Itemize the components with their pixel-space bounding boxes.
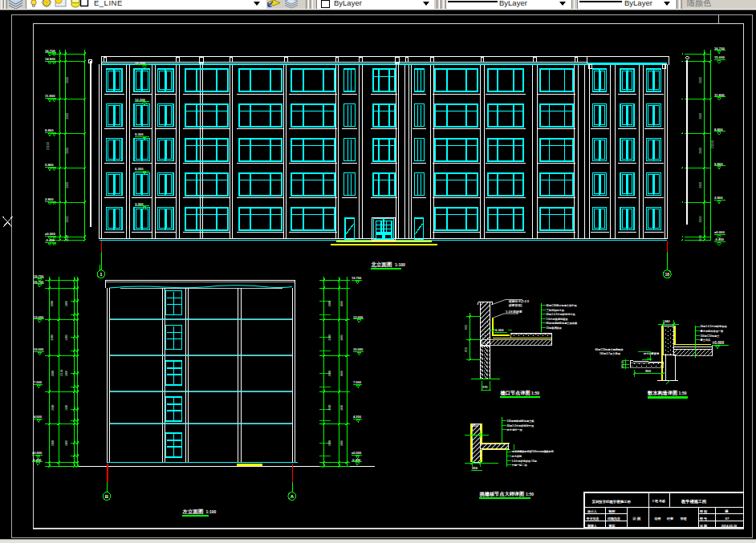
svg-text:50: 50: [621, 361, 624, 364]
svg-text:2.800: 2.800: [714, 196, 723, 200]
svg-text:防水油膏嵌缝: 防水油膏嵌缝: [644, 352, 660, 355]
svg-text:3600: 3600: [328, 404, 331, 410]
svg-text:2900: 2900: [66, 113, 69, 120]
svg-text:±0.000: ±0.000: [32, 451, 43, 455]
svg-text:素土夯实: 素土夯实: [701, 338, 712, 342]
svg-text:1:50: 1:50: [679, 391, 687, 395]
svg-text:20厚1:3水泥砂浆找平层: 20厚1:3水泥砂浆找平层: [507, 424, 534, 428]
svg-text:经审: 经审: [666, 517, 673, 521]
svg-text:3600: 3600: [328, 301, 331, 306]
svg-text:8.800: 8.800: [45, 128, 54, 132]
svg-text:1:2水泥砂浆抹面 15厚: 1:2水泥砂浆抹面 15厚: [512, 460, 538, 463]
svg-text:20厚1:2.5水泥砂浆面层: 20厚1:2.5水泥砂浆面层: [701, 325, 728, 328]
svg-text:21150: 21150: [711, 140, 714, 148]
svg-text:-0.450: -0.450: [32, 458, 42, 462]
svg-text:16.700: 16.700: [714, 47, 725, 51]
svg-text:1:50: 1:50: [526, 492, 534, 496]
svg-text:2900: 2900: [699, 235, 702, 241]
svg-text:2900: 2900: [699, 77, 702, 83]
svg-text:10.000: 10.000: [353, 347, 364, 351]
svg-text:100厚C10混凝土: 100厚C10混凝土: [701, 334, 721, 338]
svg-text:10.000: 10.000: [34, 347, 44, 351]
svg-text:B: B: [105, 494, 109, 499]
svg-text:1:100: 1:100: [395, 262, 405, 267]
svg-text:9.300: 9.300: [135, 132, 144, 136]
svg-text:240: 240: [665, 319, 671, 323]
svg-text:2400: 2400: [65, 371, 68, 376]
svg-text:2900: 2900: [66, 217, 69, 223]
svg-text:散水构造详图: 散水构造详图: [647, 390, 677, 396]
svg-text:挑檐板节点大样详图: 挑檐板节点大样详图: [479, 491, 525, 497]
svg-text:21150: 21150: [47, 142, 50, 150]
svg-text:设计人: 设计人: [587, 509, 597, 513]
svg-text:3600: 3600: [328, 371, 331, 376]
svg-text:3000: 3000: [340, 334, 343, 340]
svg-text:11.800: 11.800: [714, 93, 725, 97]
svg-text:10厚板底抹灰: 10厚板底抹灰: [547, 326, 563, 330]
svg-text:1:3水泥砂浆: 1:3水泥砂浆: [506, 310, 522, 314]
svg-text:11.800: 11.800: [45, 94, 55, 98]
svg-text:建: 建: [724, 509, 729, 513]
svg-text:13.000: 13.000: [34, 315, 44, 319]
svg-text:干铺一毡二油: 干铺一毡二油: [511, 464, 527, 467]
svg-text:13.000: 13.000: [353, 315, 364, 319]
svg-text:2900: 2900: [699, 182, 702, 188]
svg-text:07: 07: [726, 517, 730, 521]
svg-text:教学楼施工图: 教学楼施工图: [681, 499, 706, 505]
svg-text:15.000: 15.000: [714, 55, 725, 59]
svg-text:2900: 2900: [66, 182, 69, 188]
svg-text:三毡四油防水层: 三毡四油防水层: [547, 309, 565, 312]
svg-text:2400: 2400: [65, 301, 68, 306]
svg-text:7.000: 7.000: [353, 380, 362, 384]
svg-text:防水砂浆: 防水砂浆: [512, 455, 523, 458]
svg-text:3000: 3000: [340, 440, 343, 446]
svg-text:绘图: 绘图: [654, 517, 661, 521]
svg-text:850: 850: [465, 347, 468, 352]
svg-text:100厚3:7灰土垫层: 100厚3:7灰土垫层: [600, 352, 621, 355]
svg-text:14.800: 14.800: [45, 57, 55, 61]
svg-text:4.200: 4.200: [353, 415, 362, 419]
svg-text:3000: 3000: [340, 301, 343, 306]
svg-text:±0.000: ±0.000: [713, 341, 725, 345]
svg-text:2400: 2400: [65, 440, 68, 446]
svg-text:120厚预制钢筋混凝土板: 120厚预制钢筋混凝土板: [507, 419, 535, 423]
svg-text:-0.450: -0.450: [352, 458, 361, 462]
svg-text:6.300: 6.300: [135, 167, 144, 171]
svg-text:2900: 2900: [66, 148, 69, 154]
svg-text:3600: 3600: [51, 334, 55, 340]
svg-text:2.800: 2.800: [45, 197, 54, 201]
svg-text:素水泥浆结合层一道: 素水泥浆结合层一道: [701, 330, 725, 333]
svg-text:18: 18: [665, 272, 670, 277]
svg-text:2900: 2900: [66, 77, 69, 83]
svg-text:1:50: 1:50: [531, 391, 539, 395]
svg-text:±0.000: ±0.000: [714, 230, 725, 234]
svg-text:左立面图: 左立面图: [182, 509, 204, 515]
svg-text:19.700: 19.700: [34, 274, 44, 278]
svg-text:80厚现浇钢筋混凝土屋面板: 80厚现浇钢筋混凝土屋面板: [547, 322, 578, 325]
svg-text:5.800: 5.800: [714, 162, 723, 166]
svg-text:19.700: 19.700: [352, 276, 362, 280]
svg-text:砂浆抹面): 砂浆抹面): [508, 303, 522, 307]
svg-text:3.300: 3.300: [135, 202, 144, 206]
svg-text:1:6水泥焦渣找坡层: 1:6水泥焦渣找坡层: [547, 318, 569, 321]
svg-text:3000: 3000: [340, 405, 343, 411]
svg-text:370: 370: [482, 385, 488, 389]
svg-text:12.300: 12.300: [135, 98, 145, 102]
svg-text:3600: 3600: [51, 404, 55, 410]
svg-text:2900: 2900: [699, 217, 702, 223]
svg-text:600: 600: [465, 325, 468, 330]
svg-text:±0.000: ±0.000: [352, 451, 362, 455]
svg-text:现浇挑檐板配筋按100mm厚楼板配筋: 现浇挑檐板配筋按100mm厚楼板配筋: [511, 450, 555, 453]
svg-text:2900: 2900: [699, 148, 702, 154]
svg-text:管理: 管理: [680, 517, 687, 521]
svg-text:16.700: 16.700: [45, 49, 55, 53]
svg-text:-0.450: -0.450: [714, 237, 725, 241]
svg-text:3600: 3600: [328, 334, 331, 340]
svg-text:北立面图: 北立面图: [371, 261, 392, 268]
svg-text:1:100: 1:100: [206, 509, 217, 514]
svg-text:-0.450: -0.450: [45, 238, 55, 242]
svg-text:8.800: 8.800: [714, 128, 723, 132]
svg-text:2900: 2900: [66, 235, 69, 241]
svg-text:A: A: [291, 494, 295, 499]
svg-text:3600: 3600: [51, 371, 55, 376]
